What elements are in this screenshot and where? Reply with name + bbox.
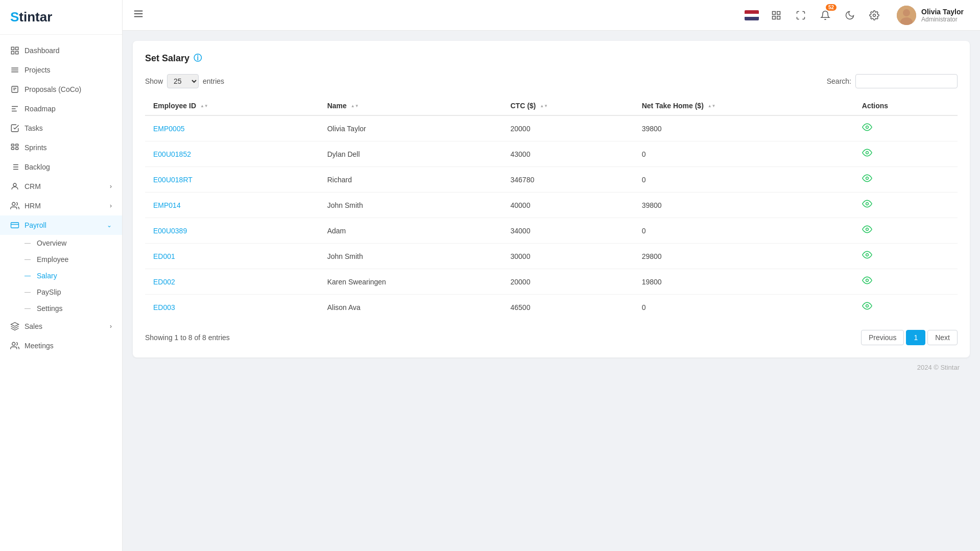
sidebar-item-dashboard[interactable]: Dashboard <box>0 41 122 60</box>
sidebar-sub-item-employee[interactable]: Employee <box>25 251 122 268</box>
sales-chevron-icon: › <box>110 323 112 330</box>
search-label: Search: <box>827 77 851 85</box>
cell-name: Alison Ava <box>319 295 503 320</box>
table-header-row: Employee ID ▲▼ Name ▲▼ CTC ($) ▲▼ Net <box>145 97 958 115</box>
salary-table: Employee ID ▲▼ Name ▲▼ CTC ($) ▲▼ Net <box>145 97 958 320</box>
notification-badge: 52 <box>826 4 836 11</box>
sidebar-item-payroll[interactable]: Payroll ⌄ <box>0 215 122 235</box>
dashboard-icon <box>10 46 19 55</box>
expand-button[interactable] <box>793 7 809 23</box>
view-action-button[interactable] <box>862 252 872 262</box>
view-action-button[interactable] <box>862 303 872 313</box>
svg-point-23 <box>866 177 868 180</box>
sidebar-sub-item-salary[interactable]: Salary <box>25 268 122 284</box>
sidebar-item-sales[interactable]: Sales › <box>0 317 122 336</box>
emp-id-link[interactable]: EMP0005 <box>153 125 184 133</box>
view-action-button[interactable] <box>862 175 872 185</box>
sidebar: Stintar Dashboard Projects Proposals (Co… <box>0 0 123 551</box>
svg-rect-3 <box>16 52 18 54</box>
svg-rect-11 <box>11 223 19 228</box>
search-box: Search: <box>827 74 958 88</box>
page-1-button[interactable]: 1 <box>906 330 925 345</box>
previous-button[interactable]: Previous <box>861 330 904 345</box>
user-profile[interactable]: Olivia Taylor Administrator <box>891 3 970 28</box>
view-action-button[interactable] <box>862 201 872 211</box>
show-entries-control: Show 10 25 50 100 entries <box>145 74 224 88</box>
sprints-icon <box>10 143 19 152</box>
next-button[interactable]: Next <box>927 330 958 345</box>
cell-ctc: 46500 <box>503 295 634 320</box>
cell-emp-id: ED001 <box>145 244 319 269</box>
table-row: ED002 Karen Swearingen 20000 19800 <box>145 269 958 295</box>
emp-id-link[interactable]: E00U0389 <box>153 227 187 235</box>
salary-card: Set Salary ⓘ Show 10 25 50 100 entries S… <box>133 41 970 357</box>
cell-net-take-home: 0 <box>634 295 854 320</box>
sidebar-item-backlog[interactable]: Backlog <box>0 157 122 177</box>
emp-id-link[interactable]: E00U01852 <box>153 150 191 158</box>
user-name: Olivia Taylor <box>921 8 964 16</box>
sidebar-item-roadmap[interactable]: Roadmap <box>0 99 122 118</box>
tasks-icon <box>10 124 19 133</box>
sidebar-item-sprints[interactable]: Sprints <box>0 138 122 157</box>
sub-item-label: Salary <box>37 272 57 280</box>
table-row: E00U018RT Richard 346780 0 <box>145 167 958 193</box>
language-selector[interactable] <box>744 7 760 23</box>
sidebar-item-tasks[interactable]: Tasks <box>0 118 122 138</box>
logo-text: Stintar <box>10 9 52 25</box>
info-icon[interactable]: ⓘ <box>194 53 202 64</box>
view-action-button[interactable] <box>862 124 872 134</box>
cell-actions <box>854 141 958 167</box>
logo: Stintar <box>0 0 122 35</box>
svg-point-27 <box>866 279 868 282</box>
sidebar-item-meetings[interactable]: Meetings <box>0 336 122 355</box>
header: 52 Olivia Taylor <box>123 0 980 31</box>
emp-id-link[interactable]: ED001 <box>153 252 175 260</box>
view-action-button[interactable] <box>862 150 872 160</box>
hrm-chevron-icon: › <box>110 202 112 209</box>
view-action-button[interactable] <box>862 226 872 236</box>
sales-icon <box>10 322 19 331</box>
svg-rect-8 <box>16 148 18 150</box>
sidebar-item-crm[interactable]: CRM › <box>0 177 122 196</box>
moon-icon <box>845 10 855 20</box>
sidebar-sub-item-overview[interactable]: Overview <box>25 235 122 251</box>
settings-button[interactable] <box>866 7 882 23</box>
sidebar-item-projects[interactable]: Projects <box>0 60 122 80</box>
svg-rect-15 <box>773 16 776 19</box>
sidebar-item-label: Proposals (CoCo) <box>25 85 81 93</box>
sidebar-item-hrm[interactable]: HRM › <box>0 196 122 215</box>
sidebar-item-label: Sales <box>25 322 42 330</box>
emp-id-link[interactable]: ED003 <box>153 303 175 312</box>
sort-icon: ▲▼ <box>351 104 359 108</box>
sidebar-item-proposals[interactable]: Proposals (CoCo) <box>0 80 122 99</box>
sidebar-sub-item-settings[interactable]: Settings <box>25 300 122 317</box>
col-ctc[interactable]: CTC ($) ▲▼ <box>503 97 634 115</box>
cell-name: Karen Swearingen <box>319 269 503 295</box>
emp-id-link[interactable]: EMP014 <box>153 201 181 209</box>
table-row: E00U01852 Dylan Dell 43000 0 <box>145 141 958 167</box>
sort-icon: ▲▼ <box>200 104 208 108</box>
table-row: ED003 Alison Ava 46500 0 <box>145 295 958 320</box>
backlog-icon <box>10 162 19 172</box>
col-net-take-home[interactable]: Net Take Home ($) ▲▼ <box>634 97 854 115</box>
dark-mode-button[interactable] <box>842 7 858 23</box>
notifications-button[interactable]: 52 <box>817 7 833 23</box>
emp-id-link[interactable]: ED002 <box>153 278 175 286</box>
apps-button[interactable] <box>768 7 784 23</box>
emp-id-link[interactable]: E00U018RT <box>153 176 193 184</box>
sidebar-sub-item-payslip[interactable]: PaySlip <box>25 284 122 300</box>
cell-actions <box>854 167 958 193</box>
svg-point-9 <box>13 183 16 186</box>
svg-rect-7 <box>11 148 14 150</box>
search-input[interactable] <box>855 74 958 88</box>
col-emp-id[interactable]: Employee ID ▲▼ <box>145 97 319 115</box>
menu-toggle-button[interactable] <box>133 8 144 22</box>
col-name[interactable]: Name ▲▼ <box>319 97 503 115</box>
cell-net-take-home: 0 <box>634 141 854 167</box>
svg-point-28 <box>866 305 868 307</box>
meetings-icon <box>10 341 19 350</box>
entries-select[interactable]: 10 25 50 100 <box>167 74 199 88</box>
svg-point-10 <box>12 202 15 205</box>
view-action-button[interactable] <box>862 277 872 288</box>
cell-net-take-home: 39800 <box>634 193 854 218</box>
